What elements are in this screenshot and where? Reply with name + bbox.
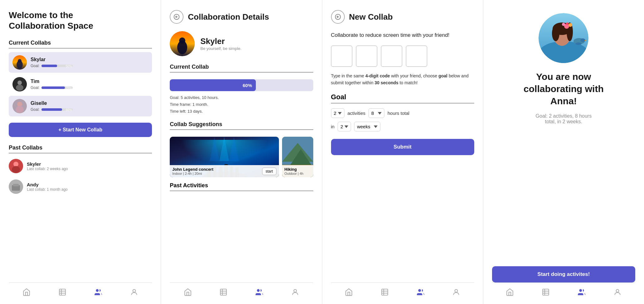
collab-item-tim[interactable]: Tim Goal: 75% bbox=[9, 74, 152, 95]
start-new-collab-button[interactable]: + Start New Collab bbox=[9, 123, 152, 137]
svg-marker-35 bbox=[229, 137, 239, 161]
nav-collab-p3[interactable] bbox=[416, 288, 425, 297]
profile-info: Skyler Be yourself, be simple. bbox=[200, 37, 242, 51]
hours-label: hours total bbox=[388, 110, 409, 116]
svg-point-68 bbox=[575, 42, 582, 45]
svg-point-25 bbox=[179, 37, 185, 44]
progress-pct-label: 60% bbox=[243, 83, 252, 88]
goal-weeks-row: in 2 1 3 4 weeks days months bbox=[331, 122, 474, 131]
success-sub: Goal: 2 activities, 8 hours total, in 2 … bbox=[536, 113, 592, 125]
past-item-skyler[interactable]: Skyler Last collab: 2 weeks ago bbox=[9, 157, 152, 175]
collab-item-giselle[interactable]: Giselle Goal: 66% bbox=[9, 96, 152, 116]
past-collabs-label: Past Collabs bbox=[9, 145, 152, 153]
anna-avatar bbox=[539, 13, 588, 63]
svg-marker-34 bbox=[210, 137, 219, 161]
svg-point-44 bbox=[257, 289, 260, 292]
svg-point-10 bbox=[13, 162, 18, 167]
current-collabs-label: Current Collabs bbox=[9, 40, 152, 48]
avatar-skylar bbox=[12, 55, 27, 70]
svg-rect-15 bbox=[59, 289, 66, 295]
skylar-goal-row: Goal: 50% bbox=[31, 64, 148, 68]
svg-point-11 bbox=[12, 166, 20, 173]
giselle-name: Giselle bbox=[31, 101, 148, 106]
giselle-goal-row: Goal: 66% bbox=[31, 107, 148, 112]
hours-select[interactable]: 8 4 6 10 12 bbox=[368, 108, 384, 118]
submit-button[interactable]: Submit bbox=[331, 139, 474, 155]
svg-point-4 bbox=[17, 81, 22, 85]
nav-home-p1[interactable] bbox=[22, 288, 31, 297]
suggestion-card-hiking[interactable]: Hiking Outdoor | 4h bbox=[282, 137, 313, 177]
past-activities-label: Past Activities bbox=[170, 182, 313, 191]
nav-collab-p4[interactable] bbox=[577, 288, 586, 297]
svg-point-53 bbox=[455, 289, 458, 292]
nav-profile-p4[interactable] bbox=[613, 288, 622, 297]
profile-name: Skyler bbox=[200, 37, 242, 46]
tim-name: Tim bbox=[31, 79, 148, 84]
svg-rect-48 bbox=[382, 289, 388, 295]
code-box-1[interactable] bbox=[331, 46, 352, 67]
past-item-andy[interactable]: Andy Last collab: 1 month ago bbox=[9, 178, 152, 196]
code-box-3[interactable] bbox=[381, 46, 402, 67]
nav-profile-p3[interactable] bbox=[452, 288, 461, 297]
tim-collab-info: Tim Goal: 75% bbox=[31, 79, 148, 90]
nav-list-p3[interactable] bbox=[380, 288, 389, 297]
nav-list-p4[interactable] bbox=[541, 288, 550, 297]
svg-point-64 bbox=[566, 22, 568, 25]
nav-collab-p2[interactable] bbox=[255, 288, 264, 297]
weeks-unit-select[interactable]: weeks days months bbox=[354, 122, 380, 131]
in-label: in bbox=[331, 124, 335, 129]
welcome-title: Welcome to the Collaboration Space bbox=[9, 10, 152, 31]
svg-rect-69 bbox=[543, 289, 549, 295]
nav-home-p2[interactable] bbox=[183, 288, 192, 297]
concert-start-button[interactable]: start bbox=[262, 168, 276, 175]
code-box-4[interactable] bbox=[406, 46, 427, 67]
collab-details-title: Collaboration Details bbox=[188, 12, 269, 22]
current-collab-section-label: Current Collab bbox=[170, 64, 313, 72]
collab-meta: Goal: 5 activities, 10 hours. Time frame… bbox=[170, 94, 313, 115]
svg-point-45 bbox=[294, 289, 297, 292]
svg-point-5 bbox=[16, 85, 23, 91]
svg-point-66 bbox=[580, 38, 585, 42]
bottom-nav-p2 bbox=[170, 282, 313, 298]
nav-home-p4[interactable] bbox=[505, 288, 514, 297]
goal-section-label: Goal bbox=[331, 93, 474, 103]
suggestion-card-concert[interactable]: John Legend concert Indoor | 2-4h | 20mi… bbox=[170, 137, 279, 177]
svg-point-2 bbox=[18, 59, 22, 63]
skylar-name: Skylar bbox=[31, 57, 148, 62]
svg-point-52 bbox=[418, 289, 421, 292]
current-collabs-list: Skylar Goal: 50% Tim bbox=[9, 52, 152, 116]
nav-profile-p2[interactable] bbox=[291, 288, 300, 297]
success-content: You are now collaborating with Anna! Goa… bbox=[492, 10, 635, 266]
back-button-p2[interactable] bbox=[170, 10, 183, 24]
nav-list-p2[interactable] bbox=[219, 288, 228, 297]
tim-goal-bar: 75% bbox=[41, 86, 73, 89]
collab-item-skylar[interactable]: Skylar Goal: 50% bbox=[9, 52, 152, 73]
skylar-goal-bar: 50% bbox=[41, 65, 73, 67]
start-activities-button[interactable]: Start doing activites! bbox=[492, 266, 635, 282]
svg-marker-33 bbox=[219, 137, 229, 161]
activities-select[interactable]: 2 1 3 4 5 bbox=[331, 108, 344, 118]
panel-collab-details: Collaboration Details Skyler Be yourself… bbox=[161, 0, 322, 304]
svg-rect-14 bbox=[13, 184, 19, 186]
profile-row: Skyler Be yourself, be simple. bbox=[170, 31, 313, 56]
past-skyler-info: Skyler Last collab: 2 weeks ago bbox=[27, 161, 68, 171]
collab-details-header: Collaboration Details bbox=[170, 10, 313, 24]
past-andy-info: Andy Last collab: 1 month ago bbox=[27, 182, 68, 192]
suggestions-label: Collab Suggestions bbox=[170, 121, 313, 130]
past-collabs-list: Skyler Last collab: 2 weeks ago Andy Las… bbox=[9, 157, 152, 196]
new-collab-description: Collaborate to reduce screen time with y… bbox=[331, 31, 474, 39]
nav-home-p3[interactable] bbox=[344, 288, 353, 297]
svg-point-19 bbox=[96, 289, 99, 292]
weeks-num-select[interactable]: 2 1 3 4 bbox=[338, 122, 351, 131]
nav-profile-p1[interactable] bbox=[130, 288, 139, 297]
nav-collab-p1[interactable] bbox=[94, 288, 103, 297]
activities-label: activities bbox=[348, 110, 366, 116]
profile-tagline: Be yourself, be simple. bbox=[200, 46, 242, 51]
code-boxes bbox=[331, 46, 474, 67]
success-message: You are now collaborating with Anna! bbox=[524, 71, 604, 107]
goal-activities-row: 2 1 3 4 5 activities 8 4 6 10 12 hours t… bbox=[331, 108, 474, 118]
nav-list-p1[interactable] bbox=[58, 288, 67, 297]
concert-card-overlay: John Legend concert Indoor | 2-4h | 20mi… bbox=[170, 165, 279, 177]
back-button-p3[interactable] bbox=[331, 10, 345, 24]
code-box-2[interactable] bbox=[356, 46, 377, 67]
